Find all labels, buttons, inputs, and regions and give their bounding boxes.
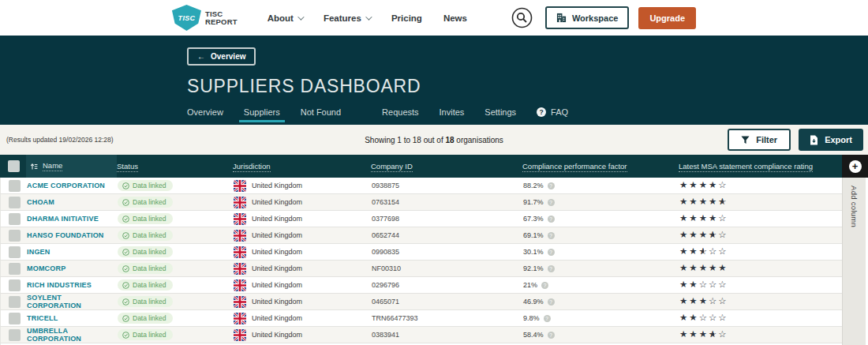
row-checkbox[interactable] <box>9 246 21 258</box>
info-icon[interactable]: ? <box>548 182 555 189</box>
star-rating: ★★☆☆☆ <box>679 280 842 290</box>
info-icon[interactable]: ? <box>548 249 555 256</box>
export-button[interactable]: Export <box>799 129 863 151</box>
company-id-text: 0296796 <box>372 281 523 289</box>
supplier-name-link[interactable]: RICH INDUSTRIES <box>27 281 118 289</box>
check-circle-icon <box>122 182 129 189</box>
chevron-down-icon <box>365 13 372 20</box>
full-star-icon: ★ <box>689 297 698 306</box>
row-checkbox[interactable] <box>9 296 21 308</box>
star-rating: ★★★★★ <box>679 264 842 273</box>
star-rating: ★★★☆★☆ <box>679 231 842 240</box>
uk-flag-icon <box>234 197 246 208</box>
nav-item-about[interactable]: About <box>268 13 302 23</box>
add-column-button[interactable]: + <box>842 155 868 178</box>
status-badge: Data linked <box>118 230 173 241</box>
export-file-icon <box>810 135 818 145</box>
nav-item-features[interactable]: Features <box>324 13 370 23</box>
compliance-percentage: 88.2% <box>523 182 544 189</box>
row-checkbox[interactable] <box>9 279 21 291</box>
status-badge: Data linked <box>118 279 173 291</box>
column-header-company-id[interactable]: Company ID <box>371 162 522 171</box>
table-row: INGEN Data linked United Kingdom 0990835 <box>0 244 842 261</box>
supplier-name-link[interactable]: ACME CORPORATION <box>27 182 118 189</box>
star-rating: ★★★★☆★ <box>679 197 842 207</box>
row-checkbox[interactable] <box>9 329 21 341</box>
supplier-name-link[interactable]: DHARMA INITIATIVE <box>27 215 118 223</box>
uk-flag-icon <box>234 329 246 341</box>
tab-requests[interactable]: Requests <box>382 107 418 122</box>
tab-faq[interactable]: ?FAQ <box>537 107 568 122</box>
row-checkbox[interactable] <box>9 263 21 275</box>
table-row: DHARMA INITIATIVE Data linked United Kin… <box>0 211 842 227</box>
full-star-icon: ★ <box>689 231 698 240</box>
tab-invites[interactable]: Invites <box>440 107 465 122</box>
info-icon[interactable]: ? <box>544 315 551 322</box>
empty-star-icon: ☆ <box>718 330 728 339</box>
full-star-icon: ★ <box>679 197 689 207</box>
upgrade-button[interactable]: Upgrade <box>638 7 696 29</box>
half-star-icon: ☆★ <box>709 330 718 339</box>
full-star-icon: ★ <box>689 280 698 290</box>
compliance-percentage: 46.9% <box>523 298 544 306</box>
supplier-name-link[interactable]: CHOAM <box>27 198 118 206</box>
info-icon[interactable]: ? <box>548 232 555 239</box>
column-header-compliance[interactable]: Compliance performance factor <box>522 162 679 171</box>
tab-suppliers[interactable]: Suppliers <box>244 107 280 122</box>
column-header-jurisdiction[interactable]: Jurisdiction <box>233 162 371 171</box>
search-button[interactable] <box>511 7 533 28</box>
supplier-name-link[interactable]: INGEN <box>27 248 118 256</box>
company-id-text: 0383941 <box>372 331 523 339</box>
tab-settings[interactable]: Settings <box>485 107 516 122</box>
table-row: TRICELL Data linked United Kingdom TRN66… <box>0 310 842 327</box>
full-star-icon: ★ <box>679 247 689 257</box>
full-star-icon: ★ <box>689 181 698 190</box>
tisc-report-logo[interactable]: TISC TISC REPORT <box>172 5 238 31</box>
full-star-icon: ★ <box>679 181 689 190</box>
info-icon[interactable]: ? <box>548 298 555 306</box>
supplier-name-link[interactable]: UMBRELLA CORPORATION <box>27 327 118 343</box>
full-star-icon: ★ <box>689 313 698 323</box>
info-icon[interactable]: ? <box>548 265 555 272</box>
row-checkbox[interactable] <box>9 230 21 242</box>
supplier-name-link[interactable]: MOMCORP <box>27 264 118 272</box>
tab-not-found[interactable]: Not Found <box>301 107 341 122</box>
nav-item-pricing[interactable]: Pricing <box>391 13 422 23</box>
uk-flag-icon <box>234 279 246 291</box>
info-icon[interactable]: ? <box>548 216 555 223</box>
row-checkbox[interactable] <box>9 180 21 192</box>
full-star-icon: ★ <box>679 231 689 240</box>
chevron-down-icon <box>297 13 304 20</box>
full-star-icon: ★ <box>699 330 709 339</box>
full-star-icon: ★ <box>689 330 698 339</box>
full-star-icon: ★ <box>679 264 689 273</box>
column-header-status[interactable]: Status <box>117 162 233 171</box>
row-checkbox[interactable] <box>9 197 21 208</box>
workspace-button[interactable]: Workspace <box>545 6 630 29</box>
supplier-name-link[interactable]: HANSO FOUNDATION <box>27 231 118 239</box>
compliance-percentage: 67.3% <box>523 215 544 223</box>
nav-item-news[interactable]: News <box>443 13 467 23</box>
check-circle-icon <box>122 232 129 239</box>
column-header-name[interactable]: Name <box>26 155 117 178</box>
column-header-rating[interactable]: Latest MSA statement compliance rating <box>679 162 842 171</box>
supplier-name-link[interactable]: TRICELL <box>27 314 118 322</box>
select-all-checkbox[interactable] <box>8 160 20 172</box>
info-icon[interactable]: ? <box>548 332 555 339</box>
filter-button[interactable]: Filter <box>728 129 791 151</box>
back-to-overview-button[interactable]: ← Overview <box>187 47 256 66</box>
tab-overview[interactable]: Overview <box>187 107 223 122</box>
workspace-label: Workspace <box>572 13 619 23</box>
row-checkbox[interactable] <box>9 213 21 225</box>
row-checkbox[interactable] <box>9 313 21 324</box>
supplier-name-link[interactable]: SOYLENT CORPORATION <box>27 294 118 309</box>
uk-flag-icon <box>234 263 246 275</box>
info-icon[interactable]: ? <box>541 282 548 289</box>
filter-icon <box>741 136 750 144</box>
full-star-icon: ★ <box>679 280 689 290</box>
add-column-strip[interactable]: Add column <box>842 178 868 345</box>
table-row: ACME CORPORATION Data linked United King… <box>0 178 842 194</box>
table-row: CHOAM Data linked United Kingdom 0763154 <box>0 194 842 211</box>
info-icon[interactable]: ? <box>548 199 555 206</box>
status-badge: Data linked <box>118 296 173 307</box>
